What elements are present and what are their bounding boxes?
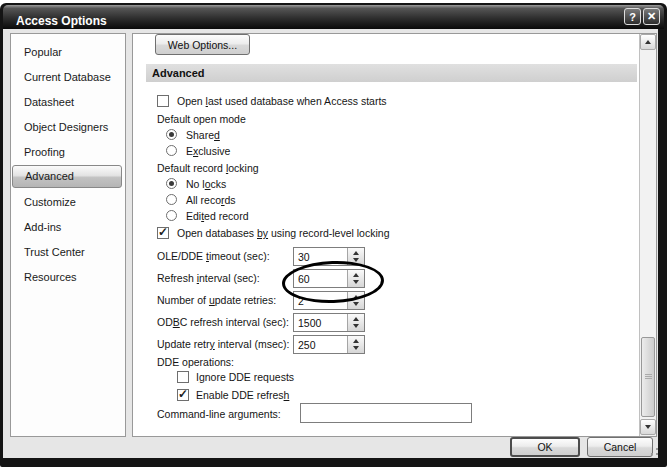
spin-down-icon[interactable] (353, 324, 359, 328)
sidebar-item-customize[interactable]: Customize (12, 190, 122, 215)
resize-grip[interactable] (650, 447, 659, 456)
odbc-refresh-value[interactable]: 1500 (294, 314, 347, 331)
default-open-mode-label: Default open mode (157, 113, 246, 126)
scrollbar-grip-icon (645, 374, 652, 379)
scroll-up-button[interactable] (640, 34, 656, 50)
ok-button[interactable]: OK (510, 437, 580, 457)
help-icon[interactable]: ? (624, 8, 641, 25)
ole-dde-timeout-label: OLE/DDE timeout (sec): (157, 250, 270, 263)
sidebar-item-trust-center[interactable]: Trust Center (12, 240, 122, 265)
edited-record-label[interactable]: Edited record (186, 210, 248, 223)
record-level-locking-label[interactable]: Open databases by using record-level loc… (177, 227, 389, 240)
spin-down-icon[interactable] (353, 258, 359, 262)
no-locks-radio[interactable] (166, 178, 177, 189)
shared-radio[interactable] (166, 129, 177, 140)
close-icon[interactable]: ✕ (643, 8, 660, 25)
refresh-interval-spinner[interactable] (347, 270, 364, 287)
dde-operations-label: DDE operations: (157, 356, 234, 369)
title-bar[interactable]: Access Options (3, 5, 664, 29)
odbc-refresh-spinner[interactable] (347, 314, 364, 331)
record-level-locking-checkbox[interactable] (157, 227, 169, 239)
refresh-interval-value[interactable]: 60 (294, 270, 347, 287)
scroll-down-button[interactable] (640, 419, 656, 435)
update-retry-interval-field[interactable]: 250 (293, 335, 365, 354)
update-retry-interval-value[interactable]: 250 (294, 336, 347, 353)
command-line-input[interactable] (300, 403, 472, 423)
sidebar-item-popular[interactable]: Popular (12, 40, 122, 65)
update-retries-label: Number of update retries: (157, 294, 276, 307)
sidebar-item-object-designers[interactable]: Object Designers (12, 115, 122, 140)
shared-label[interactable]: Shared (186, 129, 220, 142)
update-retries-spinner[interactable] (347, 292, 364, 309)
access-options-dialog-screenshot: Access Options ? ✕ Popular Current Datab… (0, 0, 672, 472)
all-records-label[interactable]: All records (186, 194, 236, 207)
exclusive-radio[interactable] (166, 145, 177, 156)
spin-down-icon[interactable] (353, 302, 359, 306)
scroll-up-icon (645, 40, 651, 44)
spin-down-icon[interactable] (353, 280, 359, 284)
no-locks-label[interactable]: No locks (186, 178, 226, 191)
default-record-locking-label: Default record locking (157, 162, 259, 175)
refresh-interval-label: Refresh interval (sec): (157, 272, 260, 285)
web-options-button[interactable]: Web Options... (155, 34, 250, 55)
exclusive-label[interactable]: Exclusive (186, 145, 230, 158)
enable-dde-label[interactable]: Enable DDE refresh (196, 389, 289, 402)
command-line-label: Command-line arguments: (157, 408, 281, 421)
section-header-advanced: Advanced (146, 64, 637, 82)
scroll-down-icon (645, 425, 651, 429)
sidebar-item-proofing[interactable]: Proofing (12, 140, 122, 165)
ignore-dde-label[interactable]: Ignore DDE requests (196, 371, 294, 384)
ignore-dde-checkbox[interactable] (177, 371, 189, 383)
sidebar-item-current-database[interactable]: Current Database (12, 65, 122, 90)
update-retries-field[interactable]: 2 (293, 291, 365, 310)
ole-dde-timeout-value[interactable]: 30 (294, 248, 347, 265)
update-retry-interval-label: Update retry interval (msec): (157, 338, 289, 351)
cancel-button[interactable]: Cancel (587, 437, 653, 457)
spin-up-icon[interactable] (353, 251, 359, 255)
vertical-scrollbar[interactable] (639, 34, 656, 436)
open-last-database-label[interactable]: Open last used database when Access star… (177, 95, 387, 108)
all-records-radio[interactable] (166, 194, 177, 205)
update-retry-interval-spinner[interactable] (347, 336, 364, 353)
spin-up-icon[interactable] (353, 295, 359, 299)
ole-dde-timeout-spinner[interactable] (347, 248, 364, 265)
spin-up-icon[interactable] (353, 317, 359, 321)
ole-dde-timeout-field[interactable]: 30 (293, 247, 365, 266)
spin-down-icon[interactable] (353, 346, 359, 350)
open-last-database-checkbox[interactable] (157, 95, 169, 107)
sidebar-item-advanced[interactable]: Advanced (12, 165, 122, 188)
sidebar-item-datasheet[interactable]: Datasheet (12, 90, 122, 115)
odbc-refresh-label: ODBC refresh interval (sec): (157, 316, 289, 329)
sidebar-item-add-ins[interactable]: Add-ins (12, 215, 122, 240)
spin-up-icon[interactable] (353, 339, 359, 343)
update-retries-value[interactable]: 2 (294, 292, 347, 309)
sidebar-item-resources[interactable]: Resources (12, 265, 122, 290)
window-title: Access Options (16, 14, 107, 28)
scrollbar-thumb[interactable] (641, 337, 655, 417)
refresh-interval-field[interactable]: 60 (293, 269, 365, 288)
enable-dde-checkbox[interactable] (177, 389, 189, 401)
edited-record-radio[interactable] (166, 210, 177, 221)
spin-up-icon[interactable] (353, 273, 359, 277)
odbc-refresh-field[interactable]: 1500 (293, 313, 365, 332)
